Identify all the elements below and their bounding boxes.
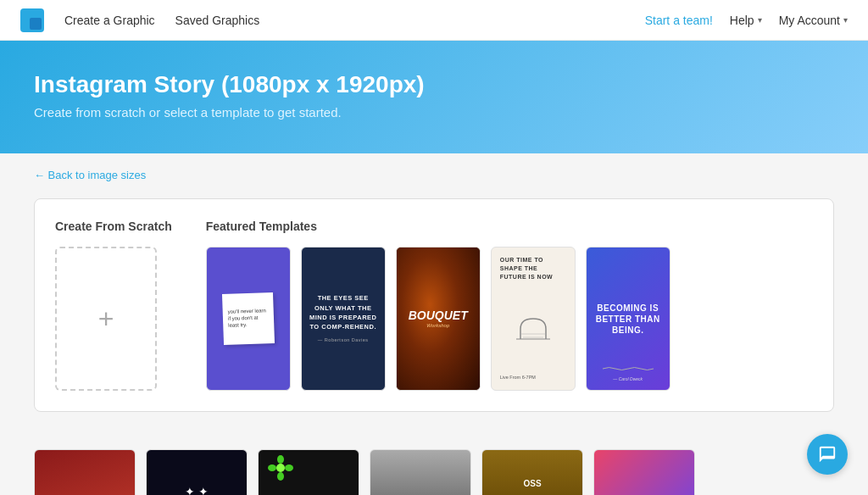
wood-text: OSS <box>482 476 582 492</box>
wavy-line-icon <box>603 366 654 371</box>
hero-section: Instagram Story (1080px x 1920px) Create… <box>0 41 868 153</box>
template-card-beige[interactable]: OUR TIME TO SHAPE THE FUTURE IS NOW Live… <box>491 247 576 391</box>
account-chevron-icon: ▾ <box>843 15 848 25</box>
navbar: Create a Graphic Saved Graphics Start a … <box>0 0 868 41</box>
svg-point-3 <box>276 464 285 472</box>
template-card-blue-gradient[interactable]: BECOMING IS BETTER THAN BEING. — Carol D… <box>586 247 670 391</box>
main-content: ← Back to image sizes Create From Scratc… <box>0 153 868 449</box>
quote-text: THE EYES SEE ONLY WHAT THE MIND IS PREPA… <box>309 293 378 343</box>
beige-main-text: OUR TIME TO SHAPE THE FUTURE IS NOW <box>500 256 566 281</box>
chat-icon <box>818 445 837 464</box>
logo-icon <box>20 8 44 32</box>
bottom-preview-row: ✦ ✦ OSS <box>0 449 868 495</box>
chat-button[interactable] <box>807 434 848 475</box>
sticky-note: you'll never learn if you don't at least… <box>222 292 275 345</box>
template-card-floral[interactable]: BOUQUET Workshop <box>396 247 481 391</box>
blue-grad-main-text: BECOMING IS BETTER THAN BEING. <box>595 303 661 336</box>
nav-right: Start a team! Help ▾ My Account ▾ <box>645 14 848 27</box>
templates-panel: Create From Scratch + Featured Templates… <box>34 198 834 412</box>
template-card-dark-quote[interactable]: THE EYES SEE ONLY WHAT THE MIND IS PREPA… <box>301 247 386 391</box>
page-title: Instagram Story (1080px x 1920px) <box>34 71 834 98</box>
featured-section: Featured Templates you'll never learn if… <box>206 220 670 391</box>
start-team-link[interactable]: Start a team! <box>645 14 713 27</box>
beige-arch-icon <box>500 315 566 341</box>
nav-saved[interactable]: Saved Graphics <box>175 14 260 27</box>
bottom-card-dark[interactable]: ✦ ✦ <box>146 449 248 495</box>
bottom-card-colorful[interactable] <box>593 449 695 495</box>
help-chevron-icon: ▾ <box>758 15 762 25</box>
bottom-card-black[interactable] <box>258 449 359 495</box>
blue-grad-quote-text: — Carol Dweck <box>613 376 643 381</box>
create-scratch-section: Create From Scratch + <box>55 220 172 391</box>
templates-grid: you'll never learn if you don't at least… <box>206 247 670 391</box>
bouquet-text: BOUQUET Workshop <box>409 309 468 327</box>
bottom-card-red[interactable] <box>34 449 136 495</box>
beige-bottom-text: Live From 6-7PM <box>500 375 566 381</box>
create-scratch-title: Create From Scratch <box>55 220 172 233</box>
account-link[interactable]: My Account ▾ <box>779 14 848 27</box>
flower-icon <box>264 455 298 481</box>
stars-icon: ✦ ✦ <box>185 485 209 495</box>
panel-sections: Create From Scratch + Featured Templates… <box>55 220 813 391</box>
back-link[interactable]: ← Back to image sizes <box>34 169 146 181</box>
plus-icon: + <box>98 303 114 335</box>
logo[interactable] <box>20 8 44 32</box>
svg-point-6 <box>268 464 276 471</box>
svg-point-7 <box>285 464 293 471</box>
bottom-card-bw[interactable] <box>370 449 471 495</box>
nav-create[interactable]: Create a Graphic <box>64 14 155 27</box>
help-link[interactable]: Help ▾ <box>730 14 762 27</box>
create-scratch-card[interactable]: + <box>55 247 157 391</box>
svg-point-4 <box>277 455 284 464</box>
page-subtitle: Create from scratch or select a template… <box>34 105 834 120</box>
bottom-card-wood[interactable]: OSS <box>481 449 583 495</box>
featured-title: Featured Templates <box>206 220 670 233</box>
sticky-note-text: you'll never learn if you don't at least… <box>227 308 269 329</box>
svg-point-5 <box>277 472 284 481</box>
template-card-purple[interactable]: you'll never learn if you don't at least… <box>206 247 291 391</box>
